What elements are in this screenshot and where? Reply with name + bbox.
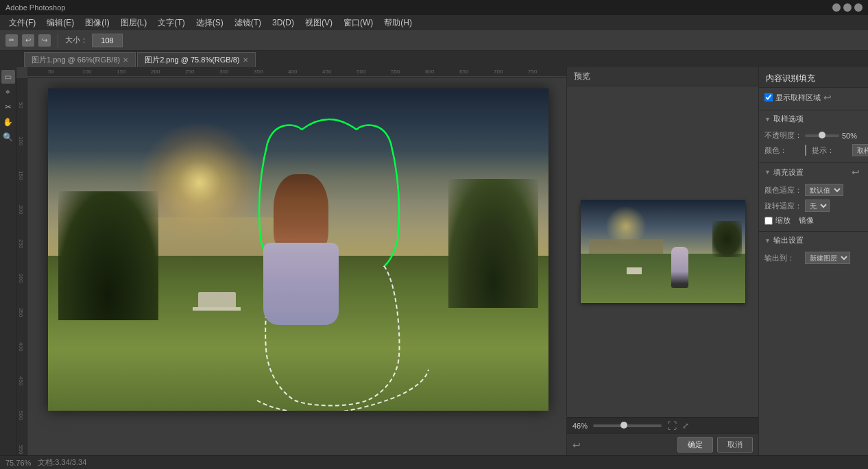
photo-canvas[interactable]: [27, 78, 566, 455]
tool-hand[interactable]: ✋: [1, 115, 15, 129]
toolbar-sep-1: [58, 34, 58, 47]
output-to-label: 输出到：: [764, 253, 802, 263]
cancel-button[interactable]: 取消: [717, 437, 753, 453]
opacity-label: 不透明度：: [764, 130, 802, 141]
zoom-fit-icon[interactable]: ⛶: [667, 420, 677, 431]
output-settings-body: 输出到： 新建图层: [759, 249, 868, 270]
tab-img1[interactable]: 图片1.png @ 66%(RGB/8) ✕: [24, 52, 136, 67]
opacity-value: 50%: [842, 132, 863, 140]
output-to-select[interactable]: 新建图层: [805, 252, 850, 264]
thumb-girl: [671, 247, 688, 288]
rotate-adapt-select[interactable]: 无: [805, 200, 830, 212]
hint-select[interactable]: 取样矩形: [852, 144, 868, 156]
canvas-inner[interactable]: 50 100 150 200 250 300 350 400 450 500 5…: [16, 78, 566, 455]
thumb-trees-right: [712, 221, 742, 257]
tool-redo[interactable]: ↪: [38, 34, 51, 47]
photo-container: [48, 88, 548, 411]
output-settings-header[interactable]: ▼ 输出设置: [759, 232, 868, 249]
trees-right: [448, 179, 538, 308]
scale-checkbox[interactable]: [764, 217, 773, 225]
minimize-btn[interactable]: [832, 3, 841, 12]
tool-lasso[interactable]: ⌖: [1, 85, 15, 99]
title-bar: Adobe Photoshop: [0, 0, 868, 15]
output-settings-title: 输出设置: [773, 235, 804, 245]
fill-settings-reset[interactable]: ↩: [852, 167, 863, 178]
opacity-thumb[interactable]: [819, 132, 825, 139]
tab-img1-close[interactable]: ✕: [123, 56, 128, 64]
tool-crop[interactable]: ✂: [1, 100, 15, 114]
zoom-value: 46%: [572, 422, 588, 430]
scale-row: 缩放 镜像: [764, 215, 863, 226]
title-bar-controls[interactable]: [832, 3, 863, 12]
menu-help[interactable]: 帮助(H): [379, 16, 417, 30]
tool-zoom[interactable]: 🔍: [1, 130, 15, 144]
scale-label: 缩放: [775, 215, 791, 226]
maximize-btn[interactable]: [843, 3, 852, 12]
show-sample-label: 显示取样区域: [775, 93, 821, 103]
sample-options-title: 取样选项: [773, 114, 804, 124]
show-sample-checkbox[interactable]: [764, 93, 773, 101]
tool-selection[interactable]: ▭: [1, 70, 15, 84]
close-btn[interactable]: [854, 3, 863, 12]
zoom-status: 75.76%: [5, 459, 31, 467]
tab-img1-label: 图片1.png @ 66%(RGB/8): [32, 55, 120, 65]
sample-options-header[interactable]: ▼ 取样选项: [759, 110, 868, 128]
toolbar: ✏ ↩ ↪ 大小：: [0, 30, 868, 51]
tool-undo[interactable]: ↩: [22, 34, 34, 47]
preview-title: 预览: [567, 67, 758, 86]
color-label: 颜色：: [764, 145, 802, 156]
fill-settings-title: 填充设置: [773, 167, 804, 178]
color-adapt-select[interactable]: 默认值: [805, 184, 843, 196]
preview-content: [567, 86, 758, 417]
tab-img2-close[interactable]: ✕: [243, 56, 248, 64]
app-title: Adobe Photoshop: [5, 3, 65, 12]
title-bar-left: Adobe Photoshop: [5, 3, 65, 12]
show-sample-row: 显示取样区域 ↩: [764, 92, 863, 103]
show-sample-section: 显示取样区域 ↩: [759, 88, 868, 110]
right-panel-title: 内容识别填充: [759, 67, 868, 88]
rotate-adapt-label: 旋转适应：: [764, 201, 802, 211]
ok-button[interactable]: 确定: [677, 437, 713, 453]
size-input[interactable]: [92, 34, 123, 47]
opacity-slider[interactable]: [805, 134, 839, 137]
output-to-row: 输出到： 新建图层: [764, 252, 863, 264]
color-row: 颜色： 提示： 取样矩形: [764, 144, 863, 156]
fill-settings-arrow: ▼: [764, 169, 771, 176]
mirror-label: 镜像: [799, 215, 814, 226]
menu-3d[interactable]: 3D(D): [267, 16, 299, 29]
menu-window[interactable]: 窗口(W): [339, 16, 378, 30]
color-adapt-row: 颜色适应： 默认值: [764, 184, 863, 196]
yurt: [198, 292, 241, 311]
output-settings-arrow: ▼: [764, 237, 771, 244]
tab-img2-label: 图片2.png @ 75.8%(RGB/8): [145, 55, 239, 65]
show-sample-reset[interactable]: ↩: [823, 92, 834, 103]
menu-file[interactable]: 文件(F): [4, 16, 40, 30]
right-panel-title-text: 内容识别填充: [766, 73, 815, 83]
zoom-fullscreen-icon[interactable]: ⤢: [682, 421, 689, 431]
toolbox: ▭ ⌖ ✂ ✋ 🔍: [0, 67, 16, 455]
hint-label: 提示：: [812, 145, 849, 156]
preview-title-text: 预览: [574, 71, 590, 82]
zoom-thumb[interactable]: [620, 422, 627, 429]
fill-settings-body: 颜色适应： 默认值 旋转适应： 无 缩放 镜像: [759, 181, 868, 231]
menu-filter[interactable]: 滤镜(T): [230, 16, 266, 30]
menu-layer[interactable]: 图层(L): [116, 16, 152, 30]
menu-edit[interactable]: 编辑(E): [42, 16, 79, 30]
thumb-house: [627, 267, 642, 274]
tool-icon-pencil[interactable]: ✏: [5, 34, 18, 47]
menu-image[interactable]: 图像(I): [80, 16, 114, 30]
canvas-area[interactable]: 50 100 150 200 250 300 350 400 450 500 5…: [16, 67, 566, 455]
main-layout: ▭ ⌖ ✂ ✋ 🔍 50 100 150 200 250: [0, 67, 868, 455]
reset-all-icon[interactable]: ↩: [572, 440, 581, 450]
status-bar: 75.76% 文档:3.34/3.34: [0, 455, 868, 469]
color-swatch[interactable]: [805, 145, 806, 156]
color-adapt-label: 颜色适应：: [764, 185, 802, 195]
fill-settings-header[interactable]: ▼ 填充设置 ↩: [759, 163, 868, 181]
menu-text[interactable]: 文字(T): [153, 16, 189, 30]
menu-bar: 文件(F) 编辑(E) 图像(I) 图层(L) 文字(T) 选择(S) 滤镜(T…: [0, 15, 868, 30]
tab-img2[interactable]: 图片2.png @ 75.8%(RGB/8) ✕: [137, 52, 255, 67]
menu-view[interactable]: 视图(V): [300, 16, 337, 30]
menu-select[interactable]: 选择(S): [191, 16, 228, 30]
zoom-bar: 46% ⛶ ⤢: [567, 417, 758, 433]
zoom-slider[interactable]: [593, 424, 662, 427]
